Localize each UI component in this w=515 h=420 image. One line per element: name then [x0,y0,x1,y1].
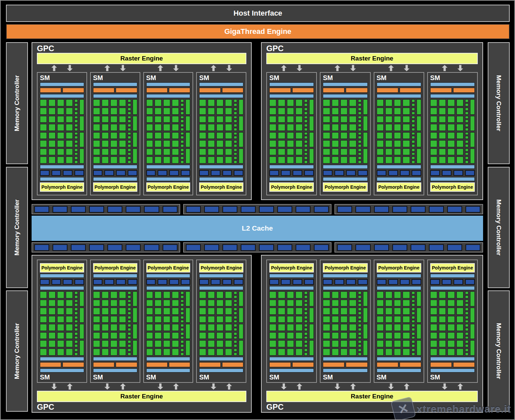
cuda-core-cell [40,332,47,339]
sm-raster-arrow-pair [427,65,478,71]
texture-unit-cell [222,279,232,285]
cuda-core-cell [225,308,232,315]
cuda-core-cell [377,324,384,331]
cuda-core-cell [66,324,73,331]
cuda-core-cell [163,316,170,323]
cuda-core-cell [394,157,401,163]
cuda-core-cell [377,316,384,323]
ldst-unit-cell [304,300,308,303]
cuda-core-cell [377,157,384,163]
sfu-cell [470,149,475,163]
gigathread-engine-label: GigaThread Engine [224,27,292,36]
texture-unit-cell [116,170,126,176]
texture-unit-cell [358,170,367,176]
scheduler-cell [146,88,168,93]
texture-unit-row [199,279,243,285]
ldst-unit-cell [412,108,415,111]
cache-bar [40,274,84,278]
rop-cell [429,244,444,251]
sm-raster-arrows-row [37,65,246,71]
cuda-core-cell [49,149,56,156]
cuda-core-cell [349,340,356,347]
texture-unit-cell [158,279,167,285]
cuda-core-cell [296,132,303,139]
ldst-unit-cell [128,144,131,147]
ldst-unit-cell [465,144,468,147]
ldst-stack [234,332,237,339]
cuda-core-cell [349,324,356,331]
cuda-core-cell [439,340,446,347]
arrow-up-icon [226,383,232,390]
ldst-unit-cell [128,332,131,335]
memory-controller-label: Memory Controller [13,323,21,379]
gpu-architecture-diagram: Host Interface GigaThread Engine Memory … [0,0,515,420]
cuda-core-cell [278,308,285,315]
texture-unit-cell [116,279,126,285]
cache-bar [430,165,475,169]
texture-unit-cell [52,279,61,285]
cuda-core-cell [216,300,223,307]
cuda-core-cell [456,124,463,131]
cuda-core-cell [40,124,47,131]
ldst-unit-cell [465,344,468,347]
cuda-core-cell [377,132,384,139]
sm-raster-arrow-pair [143,65,193,71]
ldst-unit-cell [465,291,468,294]
ldst-stack [128,99,131,106]
ldst-stack [74,99,78,106]
cuda-core-cell [146,132,153,139]
cuda-core-cell [40,116,47,123]
cuda-core-cell [448,300,454,307]
sm-row: SMPolymorph EngineSMPolymorph EngineSMPo… [266,72,478,195]
sm-block: SMPolymorph Engine [374,72,424,195]
texture-unit-row [323,170,367,176]
cuda-core-cell [323,324,330,331]
cache-bar [40,177,84,181]
ldst-unit-cell [74,344,78,347]
cuda-core-cell [296,116,303,123]
ldst-unit-cell [181,116,184,119]
rop-cell [204,244,219,251]
arrow-down-icon [334,383,340,390]
ldst-stack [358,324,361,331]
cuda-core-cell [269,99,276,106]
cuda-core-cell [430,291,437,298]
scheduler-cell [453,88,475,93]
polymorph-engine-block: Polymorph Engine [146,263,191,272]
cuda-core-cell [439,132,446,139]
cuda-core-cell [456,324,463,331]
sfu-cell [309,132,314,147]
arrow-up-icon [442,65,448,71]
cuda-core-cell [394,349,401,356]
cuda-core-cell [146,291,153,298]
texture-unit-row [430,279,475,285]
texture-unit-cell [169,170,179,176]
ldst-unit-cell [128,344,131,347]
rop-cell [314,206,329,213]
cuda-core-cell [216,157,223,163]
cuda-core-cell [208,291,215,298]
sm-label: SM [93,74,137,82]
ldst-unit-cell [181,128,184,131]
ldst-unit-cell [74,132,78,135]
ldst-stack [465,324,468,331]
rop-strip [334,242,483,253]
cuda-core-cell [439,149,446,156]
cache-bar [323,165,367,169]
cuda-core-cell [349,132,356,139]
cuda-core-cell [155,316,162,323]
rop-cell [277,206,292,213]
scheduler-cell [346,362,367,367]
ldst-unit-cell [128,336,131,339]
cuda-core-cell [403,340,410,347]
cache-bar [40,286,84,290]
polymorph-engine-block: Polymorph Engine [93,263,137,272]
polymorph-engine-label: Polymorph Engine [94,184,136,190]
scheduler-cell [346,88,367,93]
cuda-core-cell [332,116,339,123]
cuda-core-cell [394,140,401,147]
ldst-unit-cell [74,149,78,152]
sm-raster-arrow-pair [266,65,317,71]
ldst-stack [304,132,308,139]
core-grid [430,291,475,356]
